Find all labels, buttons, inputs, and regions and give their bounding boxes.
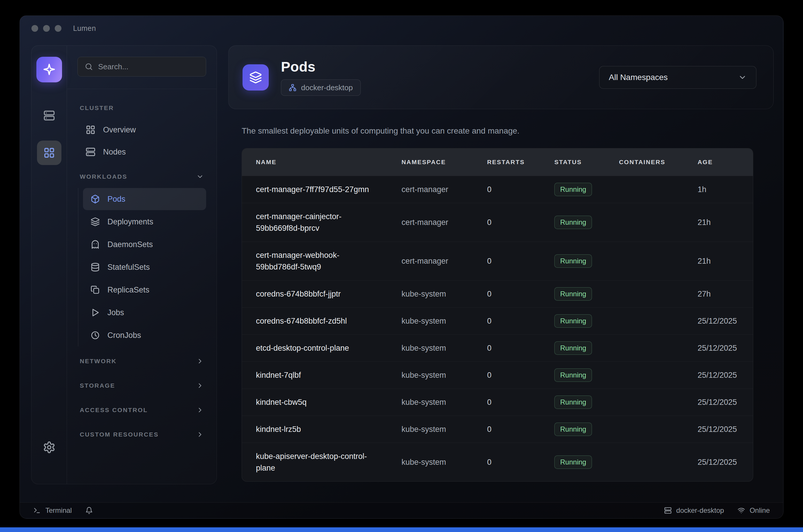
search-section xyxy=(67,46,217,89)
section-header-access-control[interactable]: ACCESS CONTROL xyxy=(77,399,206,421)
table-row[interactable]: coredns-674b8bbfcf-jjptrkube-system0Runn… xyxy=(242,280,753,307)
pod-age: 27h xyxy=(697,289,753,299)
copy-icon xyxy=(91,285,100,294)
cluster-context-badge: docker-desktop xyxy=(281,79,361,96)
notifications-button[interactable] xyxy=(85,507,93,514)
statusbar-cluster-indicator[interactable]: docker-desktop xyxy=(664,507,724,515)
pod-name: kindnet-lrz5b xyxy=(256,416,374,443)
table-row[interactable]: kube-apiserver-desktop-control-planekube… xyxy=(242,443,753,481)
status-badge: Running xyxy=(554,396,592,409)
server-icon xyxy=(43,110,55,121)
search-field[interactable] xyxy=(77,57,206,77)
table-row[interactable]: kindnet-lrz5bkube-system0Running25/12/20… xyxy=(242,416,753,443)
table-row[interactable]: cert-manager-cainjector-59bb669f8d-bprcv… xyxy=(242,203,753,242)
pod-restarts: 0 xyxy=(487,185,554,194)
pod-namespace: kube-system xyxy=(401,425,487,434)
pod-restarts: 0 xyxy=(487,425,554,434)
chevron-down-icon xyxy=(738,73,747,82)
chevron-right-icon xyxy=(196,357,204,365)
pod-restarts: 0 xyxy=(487,458,554,467)
pod-name: cert-manager-webhook-59bbd786df-5twq9 xyxy=(256,242,374,280)
namespace-select[interactable]: All Namespaces xyxy=(599,66,757,89)
cluster-context-label: docker-desktop xyxy=(301,83,353,92)
sidebar-item-replicasets[interactable]: ReplicaSets xyxy=(83,279,206,301)
layers-icon xyxy=(249,71,262,84)
rail-cluster-button[interactable] xyxy=(37,103,61,128)
nav-sections: CLUSTEROverviewNodesWORKLOADSPodsDeploym… xyxy=(67,89,217,484)
section-header-workloads[interactable]: WORKLOADS xyxy=(77,166,206,187)
status-badge: Running xyxy=(554,183,592,196)
pod-namespace: kube-system xyxy=(401,371,487,380)
titlebar: Lumen xyxy=(20,16,783,41)
col-header-restarts: RESTARTS xyxy=(487,158,554,166)
sidebar-item-label: Overview xyxy=(103,126,136,134)
status-badge: Running xyxy=(554,314,592,328)
sidebar-item-daemonsets[interactable]: DaemonSets xyxy=(83,233,206,255)
table-row[interactable]: kindnet-cbw5qkube-system0Running25/12/20… xyxy=(242,388,753,416)
search-input[interactable] xyxy=(98,62,199,71)
pod-status-cell: Running xyxy=(554,216,619,229)
close-button[interactable] xyxy=(32,25,38,32)
pod-namespace: cert-manager xyxy=(401,218,487,227)
connection-status-label: Online xyxy=(750,507,770,515)
col-header-name: NAME xyxy=(256,158,401,166)
status-badge: Running xyxy=(554,368,592,382)
settings-button[interactable] xyxy=(37,435,61,459)
table-row[interactable]: coredns-674b8bbfcf-zd5hlkube-system0Runn… xyxy=(242,307,753,335)
clock-icon xyxy=(91,330,100,340)
table-row[interactable]: cert-manager-webhook-59bbd786df-5twq9cer… xyxy=(242,242,753,280)
table-row[interactable]: kindnet-7qlbfkube-system0Running25/12/20… xyxy=(242,361,753,388)
resource-icon-badge xyxy=(243,64,269,91)
status-badge: Running xyxy=(554,422,592,436)
pod-age: 21h xyxy=(697,218,753,227)
status-badge: Running xyxy=(554,287,592,301)
pod-containers-cell xyxy=(619,220,697,225)
pod-namespace: kube-system xyxy=(401,317,487,326)
col-header-containers: CONTAINERS xyxy=(619,158,697,166)
sidebar-item-pods[interactable]: Pods xyxy=(83,188,206,210)
gear-icon xyxy=(43,441,56,454)
header-text: Pods docker-desktop xyxy=(281,59,361,96)
pod-restarts: 0 xyxy=(487,218,554,227)
terminal-label: Terminal xyxy=(45,507,72,515)
pod-name: coredns-674b8bbfcf-jjptr xyxy=(256,281,374,307)
pod-containers-cell xyxy=(619,318,697,324)
pod-name: cert-manager-7ff7f97d55-27gmn xyxy=(256,176,374,203)
sidebar-item-statefulsets[interactable]: StatefulSets xyxy=(83,256,206,278)
sidebar-item-nodes[interactable]: Nodes xyxy=(77,141,206,163)
pod-age: 25/12/2025 xyxy=(697,458,753,467)
pod-status-cell: Running xyxy=(554,254,619,268)
sidebar-item-cronjobs[interactable]: CronJobs xyxy=(83,324,206,346)
grid-icon xyxy=(86,125,95,135)
col-header-status: STATUS xyxy=(554,158,619,166)
chevron-down-icon xyxy=(196,173,204,180)
table-header-row: NAMENAMESPACERESTARTSSTATUSCONTAINERSAGE xyxy=(242,148,753,176)
pod-status-cell: Running xyxy=(554,314,619,328)
rail-resources-button[interactable] xyxy=(37,140,61,165)
status-badge: Running xyxy=(554,341,592,355)
section-header-network[interactable]: NETWORK xyxy=(77,350,206,372)
pod-age: 25/12/2025 xyxy=(697,344,753,353)
col-header-age: AGE xyxy=(697,158,753,166)
icon-rail xyxy=(32,46,67,484)
layers-icon xyxy=(91,217,100,226)
pods-table: NAMENAMESPACERESTARTSSTATUSCONTAINERSAGE… xyxy=(242,148,753,482)
sidebar-item-deployments[interactable]: Deployments xyxy=(83,211,206,233)
section-header-custom-resources[interactable]: CUSTOM RESOURCES xyxy=(77,424,206,445)
pod-restarts: 0 xyxy=(487,371,554,380)
maximize-button[interactable] xyxy=(55,25,61,32)
section-header-storage[interactable]: STORAGE xyxy=(77,375,206,396)
status-badge: Running xyxy=(554,254,592,268)
pod-name: kindnet-cbw5q xyxy=(256,389,374,416)
table-row[interactable]: cert-manager-7ff7f97d55-27gmncert-manage… xyxy=(242,176,753,203)
sidebar-item-label: ReplicaSets xyxy=(108,285,149,294)
pod-age: 25/12/2025 xyxy=(697,317,753,326)
sidebar-item-jobs[interactable]: Jobs xyxy=(83,302,206,324)
sidebar-item-overview[interactable]: Overview xyxy=(77,119,206,141)
terminal-toggle[interactable]: Terminal xyxy=(33,507,72,515)
page-header-card: Pods docker-desktop All Namespaces xyxy=(228,45,773,109)
sidebar-item-label: Jobs xyxy=(108,308,124,317)
minimize-button[interactable] xyxy=(43,25,50,32)
connection-status: Online xyxy=(737,507,770,515)
table-row[interactable]: etcd-desktop-control-planekube-system0Ru… xyxy=(242,335,753,361)
